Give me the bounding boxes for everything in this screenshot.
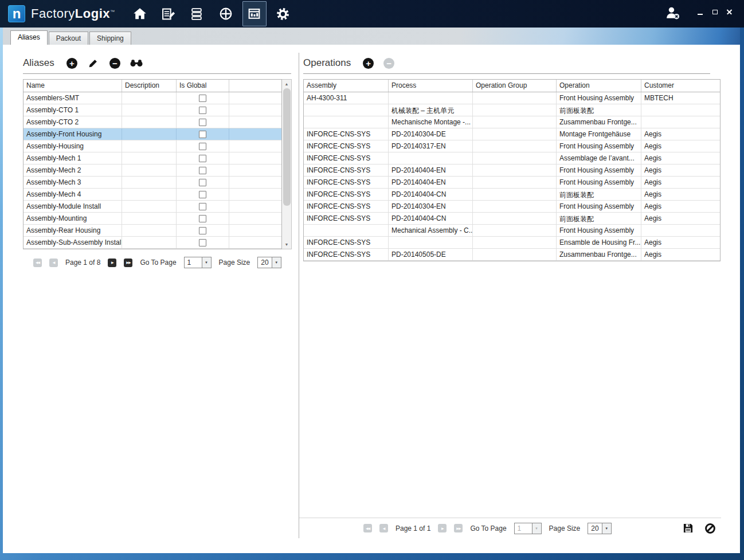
production-icon[interactable] bbox=[242, 1, 267, 26]
vertical-scrollbar[interactable]: ▲ ▼ bbox=[282, 79, 292, 249]
table-row[interactable]: INFORCE-CNS-SYSAssemblage de l’avant...A… bbox=[304, 152, 720, 165]
cancel-button[interactable] bbox=[704, 523, 716, 534]
is-global-checkbox[interactable] bbox=[199, 143, 206, 150]
column-header-operation[interactable]: Operation bbox=[557, 80, 641, 92]
is-global-checkbox[interactable] bbox=[199, 155, 206, 162]
column-header-operation-group[interactable]: Operation Group bbox=[473, 80, 557, 92]
table-row[interactable]: 机械装配 – 主机单元前面板装配 bbox=[304, 104, 720, 116]
column-header-name[interactable]: Name bbox=[24, 80, 122, 92]
process-cell bbox=[389, 237, 473, 248]
table-row[interactable]: Mechanische Montage -...Zusammenbau Fron… bbox=[304, 116, 720, 128]
scroll-down-button[interactable]: ▼ bbox=[282, 240, 291, 249]
last-page-button[interactable]: ▶▶ bbox=[454, 524, 463, 532]
column-header-customer[interactable]: Customer bbox=[641, 80, 720, 92]
chevron-down-icon[interactable]: ▼ bbox=[202, 257, 211, 268]
main-navigation bbox=[128, 0, 295, 28]
column-header-process[interactable]: Process bbox=[389, 80, 473, 92]
table-row[interactable]: INFORCE-CNS-SYSPD-20140304-DEMontage Fro… bbox=[304, 128, 720, 140]
tracking-icon[interactable] bbox=[214, 0, 238, 28]
column-header-description[interactable]: Description bbox=[122, 80, 177, 92]
maximize-icon[interactable] bbox=[710, 7, 720, 17]
column-header-assembly[interactable]: Assembly bbox=[304, 80, 389, 92]
table-row[interactable]: Assembly-Housing bbox=[24, 140, 281, 152]
tab-aliases[interactable]: Aliases bbox=[10, 30, 48, 45]
table-row[interactable]: INFORCE-CNS-SYSPD-20140505-DEZusammenbau… bbox=[304, 249, 720, 261]
is-global-checkbox[interactable] bbox=[199, 239, 206, 246]
is-global-checkbox[interactable] bbox=[199, 119, 206, 126]
table-row[interactable]: Assembly-Mech 2 bbox=[24, 165, 281, 177]
close-icon[interactable] bbox=[725, 7, 735, 17]
last-page-button[interactable]: ▶▶ bbox=[124, 259, 132, 267]
table-row[interactable]: Assembly-Mech 3 bbox=[24, 177, 281, 189]
chevron-down-icon[interactable]: ▼ bbox=[532, 523, 541, 534]
table-row[interactable]: Assembly-Front Housing bbox=[24, 128, 281, 140]
table-row[interactable]: Assemblers-SMT bbox=[24, 92, 281, 104]
tab-shipping[interactable]: Shipping bbox=[89, 32, 131, 45]
page-size-select[interactable]: 20 ▼ bbox=[588, 523, 611, 534]
find-alias-button[interactable] bbox=[130, 57, 143, 69]
materials-icon[interactable] bbox=[185, 0, 209, 28]
table-row[interactable]: INFORCE-CNS-SYSEnsamble de Housing Fr...… bbox=[304, 237, 720, 249]
table-row[interactable]: INFORCE-CNS-SYSPD-20140317-ENFront Housi… bbox=[304, 140, 720, 152]
home-icon[interactable] bbox=[128, 0, 152, 28]
go-to-page-select[interactable]: 1 ▼ bbox=[184, 257, 212, 268]
table-row[interactable]: Assembly-Mech 1 bbox=[24, 152, 281, 165]
table-row[interactable]: Assembly-CTO 2 bbox=[24, 116, 281, 128]
add-alias-button[interactable]: + bbox=[66, 58, 77, 69]
is-global-checkbox[interactable] bbox=[199, 179, 206, 186]
scrollbar-thumb[interactable] bbox=[283, 88, 291, 206]
table-row[interactable]: Assembly-Mech 4 bbox=[24, 189, 281, 201]
is-global-checkbox[interactable] bbox=[199, 215, 206, 222]
first-page-button[interactable]: ◀◀ bbox=[33, 259, 42, 267]
user-logout-icon[interactable] bbox=[664, 6, 680, 22]
is-global-checkbox[interactable] bbox=[199, 203, 206, 210]
settings-icon[interactable] bbox=[271, 0, 295, 28]
previous-page-button[interactable]: ◀ bbox=[49, 259, 58, 267]
scroll-up-button[interactable]: ▲ bbox=[282, 80, 291, 88]
chevron-down-icon[interactable]: ▼ bbox=[272, 257, 281, 268]
table-row[interactable]: Assembly-Sub-Assembly Install bbox=[24, 237, 281, 249]
save-button[interactable] bbox=[682, 523, 694, 534]
table-row[interactable]: INFORCE-CNS-SYSPD-20140304-ENFront Housi… bbox=[304, 201, 720, 213]
table-row[interactable]: Assembly-CTO 1 bbox=[24, 104, 281, 116]
column-header-blank[interactable] bbox=[229, 80, 281, 92]
is-global-checkbox[interactable] bbox=[199, 107, 206, 114]
previous-page-button[interactable]: ◀ bbox=[379, 524, 388, 532]
is-global-checkbox[interactable] bbox=[199, 191, 206, 198]
table-row[interactable]: INFORCE-CNS-SYSPD-20140404-CN前面板装配Aegis bbox=[304, 189, 720, 201]
is-global-checkbox[interactable] bbox=[199, 95, 206, 102]
table-row[interactable]: AH-4300-311Front Housing AssemblyMBTECH bbox=[304, 92, 720, 104]
alias-name-cell: Assembly-CTO 2 bbox=[24, 116, 122, 128]
aliases-panel: Aliases + − bbox=[23, 57, 292, 268]
alias-description-cell bbox=[122, 128, 177, 140]
is-global-checkbox[interactable] bbox=[199, 167, 206, 174]
table-row[interactable]: INFORCE-CNS-SYSPD-20140404-CN前面板装配Aegis bbox=[304, 213, 720, 225]
table-row[interactable]: Mechanical Assembly - C...Front Housing … bbox=[304, 225, 720, 237]
table-row[interactable]: INFORCE-CNS-SYSPD-20140404-ENFront Housi… bbox=[304, 165, 720, 177]
minimize-icon[interactable] bbox=[695, 7, 705, 17]
first-page-button[interactable]: ◀◀ bbox=[363, 524, 372, 532]
page-size-select[interactable]: 20 ▼ bbox=[257, 257, 281, 268]
is-global-checkbox[interactable] bbox=[199, 227, 206, 234]
remove-operation-button[interactable]: − bbox=[383, 58, 394, 69]
operation-cell: 前面板装配 bbox=[557, 213, 641, 224]
column-header-is-global[interactable]: Is Global bbox=[177, 80, 229, 92]
tab-packout[interactable]: Packout bbox=[49, 32, 88, 45]
first-page-icon: ◀◀ bbox=[366, 527, 370, 530]
table-row[interactable]: INFORCE-CNS-SYSPD-20140404-ENFront Housi… bbox=[304, 177, 720, 189]
page-size-label: Page Size bbox=[219, 259, 250, 267]
edit-alias-button[interactable] bbox=[87, 57, 100, 69]
add-operation-button[interactable]: + bbox=[363, 58, 374, 69]
table-row[interactable]: Assembly-Mounting bbox=[24, 213, 281, 225]
table-row[interactable]: Assembly-Module Install bbox=[24, 201, 281, 213]
chevron-down-icon[interactable]: ▼ bbox=[602, 523, 611, 534]
is-global-checkbox[interactable] bbox=[199, 131, 206, 138]
remove-alias-button[interactable]: − bbox=[109, 58, 120, 69]
process-cell: Mechanical Assembly - C... bbox=[389, 225, 473, 236]
go-to-page-select[interactable]: 1 ▼ bbox=[514, 523, 542, 534]
next-page-button[interactable]: ▶ bbox=[108, 259, 116, 267]
alias-is-global-cell bbox=[177, 201, 229, 212]
table-row[interactable]: Assembly-Rear Housing bbox=[24, 225, 281, 237]
next-page-button[interactable]: ▶ bbox=[438, 524, 447, 532]
forms-icon[interactable] bbox=[156, 0, 181, 28]
